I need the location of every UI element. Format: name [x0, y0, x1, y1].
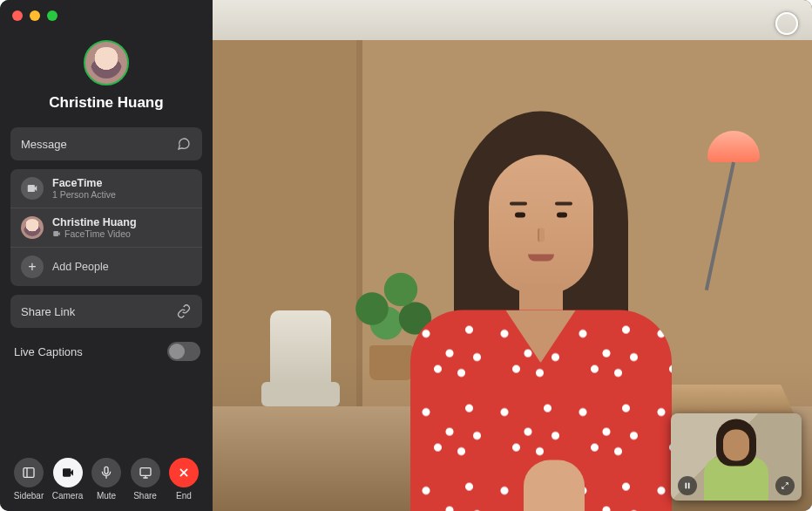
participant-name: Christine Huang: [52, 216, 137, 228]
link-icon: [176, 303, 192, 319]
mute-label: Mute: [97, 491, 116, 501]
screen-share-icon: [131, 458, 160, 487]
svg-rect-0: [24, 468, 34, 478]
camera-label: Camera: [52, 491, 84, 501]
facetime-window: Christine Huang Message FaceTime 1 Perso…: [0, 0, 812, 511]
svg-rect-10: [688, 483, 690, 489]
self-view-pip[interactable]: [671, 413, 802, 501]
call-summary-row[interactable]: FaceTime 1 Person Active: [10, 169, 202, 208]
contact-header: Christine Huang: [10, 40, 202, 112]
remote-video[interactable]: [213, 0, 812, 511]
plus-icon: +: [21, 256, 44, 278]
participant-status-text: FaceTime Video: [64, 228, 131, 239]
pause-icon: [683, 481, 692, 490]
contact-name: Christine Huang: [49, 94, 163, 112]
zoom-window-button[interactable]: [47, 10, 58, 21]
end-call-button[interactable]: End: [166, 458, 202, 501]
xmark-icon: [169, 458, 199, 487]
share-button[interactable]: Share: [127, 458, 164, 501]
call-controls: Sidebar Camera Mute Share: [10, 456, 202, 501]
microphone-icon: [91, 458, 121, 487]
share-label: Share: [133, 491, 157, 501]
svg-rect-4: [140, 468, 151, 476]
sidebar-toggle-label: Sidebar: [14, 491, 44, 501]
pip-expand-button[interactable]: [775, 476, 795, 495]
participant-avatar: [21, 216, 44, 239]
message-button[interactable]: Message: [10, 127, 202, 160]
pip-controls: [671, 476, 802, 495]
message-bubble-icon: [176, 136, 192, 152]
sidebar-toggle-icon: [14, 458, 44, 487]
share-link-button[interactable]: Share Link: [10, 295, 202, 328]
message-label: Message: [21, 138, 176, 151]
service-name: FaceTime: [52, 177, 116, 189]
expand-icon: [781, 481, 789, 490]
video-camera-fill-icon: [53, 458, 83, 487]
minimize-window-button[interactable]: [30, 10, 40, 21]
live-photo-ring-icon[interactable]: [775, 12, 798, 35]
call-sidebar: Christine Huang Message FaceTime 1 Perso…: [0, 0, 213, 511]
live-captions-label: Live Captions: [14, 345, 83, 358]
share-link-label: Share Link: [21, 305, 176, 318]
add-people-button[interactable]: + Add People: [10, 248, 202, 286]
camera-button[interactable]: Camera: [50, 458, 86, 501]
mute-button[interactable]: Mute: [88, 458, 125, 501]
video-camera-icon: [21, 177, 44, 200]
add-people-label: Add People: [52, 261, 109, 273]
participants-panel: FaceTime 1 Person Active Christine Huang…: [10, 169, 202, 286]
contact-avatar[interactable]: [84, 40, 129, 85]
svg-rect-2: [105, 467, 108, 474]
pip-pause-button[interactable]: [678, 476, 697, 495]
remote-participant-figure: [349, 85, 724, 511]
live-captions-toggle[interactable]: [167, 342, 200, 361]
participant-row[interactable]: Christine Huang FaceTime Video: [10, 208, 202, 248]
end-label: End: [176, 491, 192, 501]
window-traffic-lights: [12, 10, 58, 21]
video-camera-small-icon: [52, 229, 61, 238]
live-captions-row: Live Captions: [10, 337, 202, 366]
sidebar-toggle-button[interactable]: Sidebar: [10, 458, 47, 501]
participant-status: FaceTime Video: [52, 228, 137, 239]
close-window-button[interactable]: [12, 10, 23, 21]
svg-rect-9: [686, 483, 687, 489]
active-status: 1 Person Active: [52, 189, 116, 200]
